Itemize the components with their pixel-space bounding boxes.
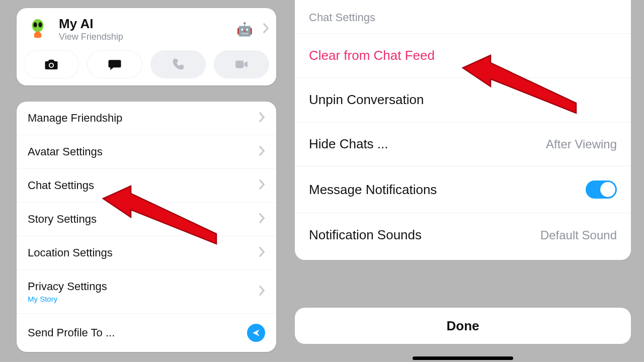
toggle-on[interactable] (586, 180, 617, 199)
row-notification-sounds[interactable]: Notification Sounds Default Sound (295, 213, 631, 257)
chat-settings-sheet: Chat Settings Clear from Chat Feed Unpin… (295, 0, 631, 260)
profile-card: My AI View Friendship 🤖 (17, 8, 276, 85)
chat-button[interactable] (87, 50, 142, 78)
camera-icon (44, 57, 59, 72)
chevron-right-icon (263, 23, 269, 36)
row-value: After Viewing (546, 137, 617, 151)
chevron-right-icon (259, 112, 265, 125)
avatar-alien-icon (26, 18, 49, 41)
camera-button[interactable] (24, 50, 79, 78)
menu-story-settings[interactable]: Story Settings (17, 203, 276, 236)
robot-icon: 🤖 (236, 22, 253, 37)
menu-manage-friendship[interactable]: Manage Friendship (17, 102, 276, 135)
row-label: Unpin Conversation (309, 92, 617, 108)
done-label: Done (447, 318, 479, 334)
video-icon (234, 57, 249, 72)
profile-header-row[interactable]: My AI View Friendship 🤖 (24, 15, 269, 43)
row-hide-chats[interactable]: Hide Chats ... After Viewing (295, 122, 631, 166)
menu-avatar-settings[interactable]: Avatar Settings (17, 135, 276, 169)
svg-point-5 (50, 64, 53, 67)
chevron-right-icon (259, 145, 265, 158)
settings-menu-card: Manage Friendship Avatar Settings Chat S… (17, 102, 276, 352)
menu-location-settings[interactable]: Location Settings (17, 236, 276, 270)
row-label: Message Notifications (309, 182, 586, 198)
menu-label: Location Settings (28, 246, 259, 259)
menu-sublabel: My Story (28, 295, 259, 303)
menu-label: Manage Friendship (28, 112, 259, 125)
phone-icon (171, 57, 186, 72)
svg-rect-6 (235, 61, 244, 68)
done-button[interactable]: Done (295, 308, 631, 344)
row-label: Clear from Chat Feed (309, 48, 617, 63)
row-value: Default Sound (540, 228, 617, 242)
profile-name: My AI (59, 16, 123, 32)
svg-point-1 (33, 22, 37, 27)
menu-chat-settings[interactable]: Chat Settings (17, 169, 276, 203)
menu-label: Avatar Settings (28, 145, 259, 158)
profile-subtitle: View Friendship (59, 32, 123, 42)
row-clear-from-chat-feed[interactable]: Clear from Chat Feed (295, 34, 631, 78)
row-unpin-conversation[interactable]: Unpin Conversation (295, 78, 631, 122)
home-indicator (413, 356, 513, 360)
menu-label: Chat Settings (28, 179, 259, 192)
svg-point-2 (38, 22, 42, 27)
profile-action-row (24, 50, 269, 78)
sheet-header: Chat Settings (295, 0, 631, 34)
chevron-right-icon (259, 213, 265, 226)
send-icon (247, 324, 265, 342)
row-label: Notification Sounds (309, 227, 540, 243)
chevron-right-icon (259, 179, 265, 192)
left-screenshot-pane: My AI View Friendship 🤖 (0, 0, 282, 362)
menu-privacy-settings[interactable]: Privacy Settings My Story (17, 270, 276, 314)
call-button[interactable] (150, 50, 206, 78)
menu-send-profile[interactable]: Send Profile To ... (17, 314, 276, 352)
chat-icon (107, 57, 122, 72)
menu-label: Send Profile To ... (28, 326, 247, 339)
avatar (24, 15, 52, 43)
row-message-notifications[interactable]: Message Notifications (295, 166, 631, 213)
chevron-right-icon (259, 285, 265, 298)
menu-label: Story Settings (28, 213, 259, 226)
right-screenshot-pane: Chat Settings Clear from Chat Feed Unpin… (282, 0, 644, 362)
menu-label: Privacy Settings (28, 280, 259, 293)
row-label: Hide Chats ... (309, 136, 546, 152)
video-call-button[interactable] (214, 50, 269, 78)
svg-rect-3 (34, 33, 41, 38)
chevron-right-icon (259, 246, 265, 259)
